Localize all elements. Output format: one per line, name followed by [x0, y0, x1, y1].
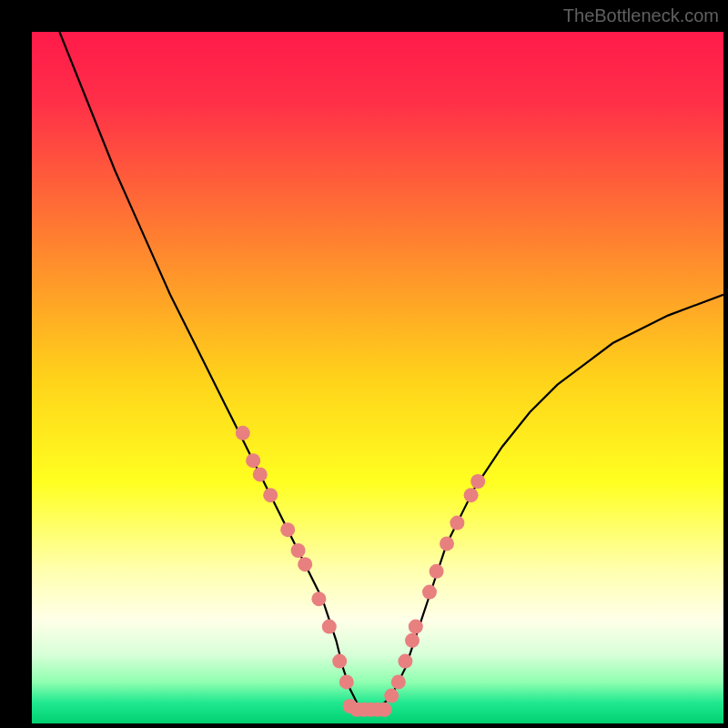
bottleneck-curve — [59, 32, 723, 710]
curve-marker — [322, 620, 337, 634]
curve-layer — [32, 32, 723, 723]
curve-marker — [236, 426, 250, 440]
curve-marker — [430, 564, 444, 579]
curve-marker — [384, 689, 399, 703]
curve-marker — [378, 703, 392, 717]
curve-marker — [311, 592, 326, 606]
curve-marker — [464, 488, 479, 502]
curve-marker — [291, 543, 306, 558]
curve-marker — [409, 620, 423, 634]
watermark-text: TheBottleneck.com — [563, 5, 719, 26]
plot-area — [32, 32, 723, 723]
curve-marker — [298, 557, 312, 571]
curve-marker — [405, 633, 420, 648]
curve-marker — [398, 654, 412, 669]
curve-marker — [253, 467, 268, 481]
curve-marker — [440, 536, 454, 551]
curve-marker — [280, 522, 295, 537]
curve-marker — [246, 453, 260, 468]
curve-marker — [450, 516, 464, 531]
curve-markers — [236, 426, 485, 717]
curve-marker — [339, 674, 354, 689]
curve-marker — [470, 474, 485, 489]
curve-marker — [391, 674, 406, 689]
curve-marker — [422, 585, 437, 600]
curve-marker — [332, 654, 347, 669]
curve-marker — [263, 488, 278, 502]
